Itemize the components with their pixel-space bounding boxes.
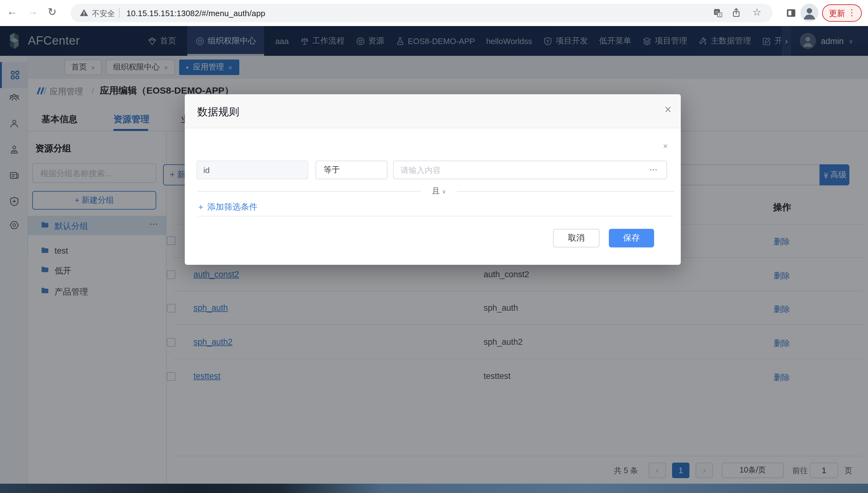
save-button[interactable]: 保存 [609, 229, 654, 248]
filter-operator-select[interactable]: 等于 [316, 160, 388, 179]
data-rule-modal: 数据规则 × × 等于 ⋯ 且 ∨ ＋ 添加筛选条件 取消 保存 [185, 94, 681, 265]
chevron-down-icon: ∨ [442, 189, 446, 195]
share-icon[interactable] [731, 7, 741, 18]
filter-more-button[interactable]: ⋯ [641, 160, 667, 179]
side-panel-icon[interactable] [785, 7, 797, 19]
modal-title: 数据规则 [197, 105, 239, 119]
translate-icon[interactable]: G文 [713, 8, 723, 18]
browser-reload-icon[interactable]: ↻ [48, 5, 57, 19]
browser-toolbar: ← → ↻ 不安全 10.15.15.151:13082/#/menu_auth… [0, 0, 868, 26]
add-condition-link[interactable]: ＋ 添加筛选条件 [197, 201, 258, 213]
address-bar[interactable]: 不安全 10.15.15.151:13082/#/menu_auth/app G… [71, 4, 773, 22]
condition-group-close-icon[interactable]: × [663, 142, 668, 151]
browser-forward-icon[interactable]: → [27, 5, 38, 18]
bookmark-star-icon[interactable]: ☆ [752, 6, 761, 18]
cancel-button[interactable]: 取消 [553, 229, 600, 248]
and-operator-toggle[interactable]: 且 ∨ [421, 186, 457, 197]
and-divider-line [197, 191, 421, 192]
filter-field-input[interactable] [197, 160, 308, 179]
update-label: 更新 [829, 8, 845, 19]
browser-menu-icon[interactable]: ⋮ [848, 7, 856, 17]
and-label: 且 [432, 187, 439, 195]
browser-update-button[interactable]: 更新 ⋮ [822, 4, 862, 22]
security-label[interactable]: 不安全 [92, 9, 115, 19]
modal-header: 数据规则 × [185, 94, 681, 128]
url-text[interactable]: 10.15.15.151:13082/#/menu_auth/app [127, 8, 265, 18]
and-divider-line [457, 191, 674, 192]
screen: ← → ↻ 不安全 10.15.15.151:13082/#/menu_auth… [0, 0, 868, 493]
omnibox-divider [119, 8, 120, 18]
modal-footer-divider [197, 216, 674, 216]
modal-close-icon[interactable]: × [665, 103, 671, 116]
browser-back-icon[interactable]: ← [7, 5, 17, 18]
desktop-wallpaper-strip [0, 484, 868, 493]
not-secure-warning-icon [79, 8, 89, 17]
browser-profile-avatar[interactable] [800, 4, 818, 22]
svg-text:文: 文 [718, 13, 721, 17]
filter-value-input[interactable] [393, 160, 641, 179]
